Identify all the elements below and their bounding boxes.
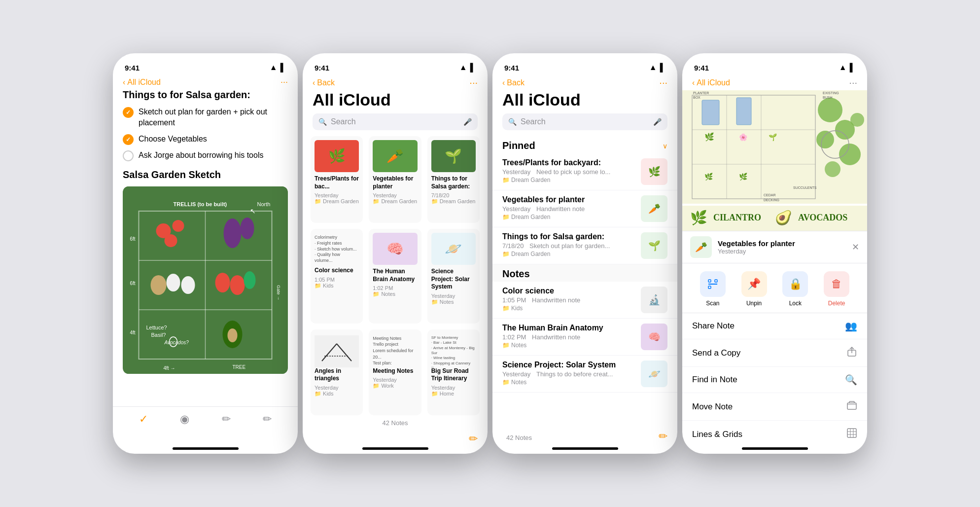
list-item-pinned-3[interactable]: Things to for Salsa garden: 7/18/20 Sket… xyxy=(492,227,677,264)
action-delete[interactable]: 🗑 Delete xyxy=(824,271,849,307)
compose-button-2[interactable]: ✏ xyxy=(469,433,478,445)
back-button-1[interactable]: ‹ All iCloud xyxy=(123,78,161,87)
tab-check[interactable]: ✓ xyxy=(139,413,148,426)
action-scan[interactable]: Scan xyxy=(700,271,726,307)
search-icon-3: 🔍 xyxy=(508,118,517,126)
more-button-3[interactable]: ··· xyxy=(659,77,667,88)
note-card-title-2: Vegetables for planter xyxy=(373,175,417,190)
list-meta-2: Yesterday Handwritten note xyxy=(502,205,635,213)
scan-label: Scan xyxy=(706,300,719,307)
screen3-title: All iCloud xyxy=(492,90,677,113)
note-card-6[interactable]: 🪐 Science Project: Solar System Yesterda… xyxy=(427,229,480,324)
list-folder-2: 📁 Dream Garden xyxy=(502,214,635,220)
search-bar-2[interactable]: 🔍 Search 🎤 xyxy=(313,113,478,130)
svg-point-14 xyxy=(167,274,180,291)
svg-text:EXISTING: EXISTING xyxy=(823,91,839,95)
action-unpin[interactable]: 📌 Unpin xyxy=(741,271,767,307)
list-item-info-1: Trees/Plants for backyard: Yesterday Nee… xyxy=(502,158,635,185)
notes-grid: 🌿 Trees/Plants for bac... Yesterday 📁 Dr… xyxy=(303,136,488,415)
note-card-9[interactable]: SF to Monterey· Bar - Lake St· Arrive at… xyxy=(427,329,480,415)
delete-label: Delete xyxy=(828,300,845,307)
compose-button-3[interactable]: ✏ xyxy=(659,430,667,445)
svg-text:🌿: 🌿 xyxy=(704,173,713,181)
list-folder-1: 📁 Dream Garden xyxy=(502,177,635,183)
note-card-folder-1: 📁 Dream Garden xyxy=(315,198,359,205)
checkbox-2[interactable] xyxy=(123,134,134,145)
folder-icon-3: 📁 xyxy=(502,251,510,257)
action-lines-grids[interactable]: Lines & Grids xyxy=(682,421,867,447)
notes-section-header: Notes xyxy=(492,264,677,282)
note-mini-close-button[interactable]: ✕ xyxy=(852,242,859,253)
tab-compose[interactable]: ✏ xyxy=(263,413,272,426)
svg-text:North: North xyxy=(257,201,271,207)
folder-icon-1: 📁 xyxy=(502,177,510,183)
more-button-4[interactable]: ··· xyxy=(849,77,857,88)
note-card-title-8: Meeting Notes xyxy=(373,367,417,375)
svg-text:🌿: 🌿 xyxy=(739,173,748,181)
find-note-icon: 🔍 xyxy=(845,374,857,386)
action-send-copy[interactable]: Send a Copy xyxy=(682,339,867,367)
home-indicator-1 xyxy=(173,447,239,450)
list-thumb-5: 🧠 xyxy=(641,324,667,350)
svg-rect-63 xyxy=(708,286,711,289)
svg-text:4ft →: 4ft → xyxy=(164,365,175,371)
back-button-2[interactable]: ‹ Back xyxy=(313,78,335,87)
note-card-2[interactable]: 🥕 Vegetables for planter Yesterday 📁 Dre… xyxy=(369,136,421,223)
note-card-date-3: 7/18/20 xyxy=(431,192,476,198)
note-card-7[interactable]: Angles in triangles Yesterday 📁 Kids xyxy=(311,329,363,415)
lock-icon: 🔒 xyxy=(782,271,808,297)
note-content-1: Things to for Salsa garden: Sketch out p… xyxy=(113,89,298,406)
back-button-4[interactable]: ‹ All iCloud xyxy=(692,78,730,87)
list-title-4: Color science xyxy=(502,287,635,295)
more-button-1[interactable]: ··· xyxy=(280,77,288,87)
list-item-pinned-2[interactable]: Vegetables for planter Yesterday Handwri… xyxy=(492,190,677,227)
list-item-notes-3[interactable]: Science Project: Solar System Yesterday … xyxy=(492,356,677,393)
checkbox-1[interactable] xyxy=(123,107,134,118)
list-meta-6: Yesterday Things to do before creat... xyxy=(502,370,635,378)
svg-point-42 xyxy=(816,131,834,148)
checklist-item-2: Choose Vegetables xyxy=(123,134,288,145)
note-card-3[interactable]: 🌱 Things to for Salsa garden: 7/18/20 📁 … xyxy=(427,136,480,223)
checkbox-3[interactable] xyxy=(123,150,134,161)
unpin-icon: 📌 xyxy=(741,271,767,297)
search-bar-3[interactable]: 🔍 Search 🎤 xyxy=(502,113,667,130)
note-card-preview-7 xyxy=(315,335,359,367)
note-card-date-7: Yesterday xyxy=(315,385,359,391)
note-card-8[interactable]: Meeting NotesTrello projectLorem schedul… xyxy=(369,329,421,415)
action-share-note[interactable]: Share Note 👥 xyxy=(682,313,867,339)
list-item-notes-2[interactable]: The Human Brain Anatomy 1:02 PM Handwrit… xyxy=(492,319,677,356)
action-find-note[interactable]: Find in Note 🔍 xyxy=(682,367,867,393)
checklist-text-1: Sketch out plan for garden + pick out pl… xyxy=(139,107,288,129)
list-thumb-2: 🥕 xyxy=(641,195,667,222)
list-title-5: The Human Brain Anatomy xyxy=(502,324,635,332)
action-move-note[interactable]: Move Note xyxy=(682,393,867,421)
note-mini-title: Vegetables for planter xyxy=(718,239,846,248)
more-button-2[interactable]: ··· xyxy=(469,77,478,88)
svg-rect-67 xyxy=(847,403,856,409)
svg-text:🌱: 🌱 xyxy=(769,133,777,142)
note-card-date-5: 1:02 PM xyxy=(373,285,417,291)
pinned-section-header: Pinned ∨ xyxy=(492,136,677,153)
note-card-5[interactable]: 🧠 The Human Brain Anatomy 1:02 PM 📁 Note… xyxy=(369,229,421,324)
screen2-title: All iCloud xyxy=(303,90,488,113)
find-note-label: Find in Note xyxy=(692,375,737,385)
note-card-1[interactable]: 🌿 Trees/Plants for bac... Yesterday 📁 Dr… xyxy=(311,136,363,223)
svg-rect-68 xyxy=(847,429,856,437)
cilantro-label: CILANTRO xyxy=(713,213,761,223)
list-item-notes-1[interactable]: Color science 1:05 PM Handwritten note 📁… xyxy=(492,282,677,319)
garden-plan-container: 🌿 🌸 🌱 🌿 🌿 PLANTER BOX EXISTING BUSH SUCC… xyxy=(682,90,867,206)
back-button-3[interactable]: ‹ Back xyxy=(502,78,525,87)
tab-camera[interactable]: ◉ xyxy=(180,413,189,426)
list-meta-3: 7/18/20 Sketch out plan for garden... xyxy=(502,242,635,250)
mic-icon-3: 🎤 xyxy=(653,118,662,126)
note-card-title-3: Things to for Salsa garden: xyxy=(431,175,476,190)
note-card-4[interactable]: Colorimetry· Freight rates· Sketch how v… xyxy=(311,229,363,324)
status-icons-2: ▲ ▌ xyxy=(459,63,476,72)
tab-pencil[interactable]: ✏ xyxy=(222,413,231,426)
action-list: Share Note 👥 Send a Copy Find in Note 🔍 xyxy=(682,313,867,447)
action-lock[interactable]: 🔒 Lock xyxy=(782,271,808,307)
svg-rect-47 xyxy=(702,100,719,125)
pinned-chevron[interactable]: ∨ xyxy=(663,142,667,150)
list-item-pinned-1[interactable]: Trees/Plants for backyard: Yesterday Nee… xyxy=(492,153,677,190)
svg-text:TRELLIS (to be built): TRELLIS (to be built) xyxy=(174,201,227,207)
